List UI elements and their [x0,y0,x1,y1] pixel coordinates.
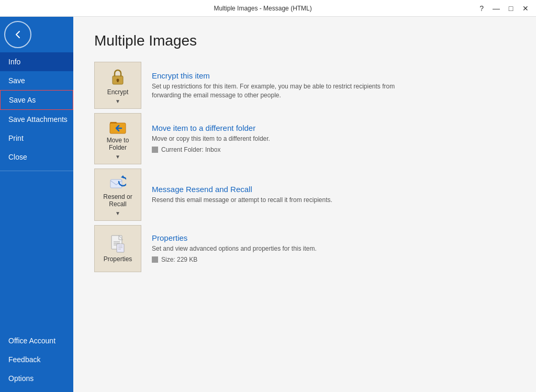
resend-recall-desc: Resend this email message or attempt to … [152,196,414,205]
maximize-button[interactable]: □ [505,2,517,15]
main-content: Multiple Images Encrypt ▼ Encrypt this i… [73,17,536,392]
properties-icon-label: Properties [104,255,132,263]
sidebar-item-office-account[interactable]: Office Account [0,331,73,350]
move-folder-icon-label: Move to Folder [107,137,129,152]
resend-recall-card: Resend or Recall ▼ Message Resend and Re… [94,169,515,221]
meta-square-icon [152,147,158,153]
sidebar-item-save-attachments[interactable]: Save Attachments [0,110,73,129]
title-bar-title: Multiple Images - Message (HTML) [46,5,479,12]
move-folder-meta-text: Current Folder: Inbox [161,146,220,153]
svg-rect-2 [117,80,119,82]
move-folder-desc: Move or copy this item to a different fo… [152,135,414,143]
encrypt-desc: Set up restrictions for this item. For e… [152,82,414,100]
encrypt-card: Encrypt ▼ Encrypt this item Set up restr… [94,62,515,109]
move-folder-card: Move to Folder ▼ Move item to a differen… [94,113,515,164]
move-folder-dropdown-icon: ▼ [115,154,120,160]
back-button[interactable] [4,21,31,48]
action-cards: Encrypt ▼ Encrypt this item Set up restr… [94,62,515,272]
sidebar-item-options[interactable]: Options [0,369,73,388]
move-folder-button[interactable]: Move to Folder ▼ [94,113,141,164]
sidebar-item-feedback[interactable]: Feedback [0,350,73,369]
properties-button[interactable]: Properties [94,225,141,272]
app-container: Info Save Save As Save Attachments Print… [0,17,536,392]
resend-recall-button[interactable]: Resend or Recall ▼ [94,169,141,221]
sidebar-bottom: Office Account Feedback Options [0,331,73,392]
close-button[interactable]: ✕ [519,2,532,15]
encrypt-text: Encrypt this item Set up restrictions fo… [141,65,515,106]
resend-recall-text: Message Resend and Recall Resend this em… [141,178,515,211]
move-folder-icon [109,119,127,135]
resend-recall-icon [109,174,126,191]
help-icon[interactable]: ? [479,4,484,13]
encrypt-dropdown-icon: ▼ [115,98,120,104]
sidebar-item-close[interactable]: Close [0,148,73,166]
svg-rect-4 [110,180,122,188]
properties-meta: Size: 229 KB [152,256,505,263]
move-folder-text: Move item to a different folder Move or … [141,117,515,160]
properties-desc: Set and view advanced options and proper… [152,244,414,253]
title-bar-controls: ? — □ ✕ [479,2,532,15]
sidebar-item-save-as[interactable]: Save As [0,90,73,110]
properties-card: Properties Properties Set and view advan… [94,225,515,272]
move-folder-meta: Current Folder: Inbox [152,146,505,153]
minimize-button[interactable]: — [490,2,502,15]
svg-rect-10 [117,244,124,252]
resend-recall-icon-label: Resend or Recall [103,193,132,208]
encrypt-icon-label: Encrypt [107,88,129,96]
properties-icon [109,234,126,253]
properties-title: Properties [152,233,505,242]
properties-meta-text: Size: 229 KB [161,256,197,263]
sidebar-item-save[interactable]: Save [0,71,73,90]
page-title: Multiple Images [94,32,515,49]
resend-recall-dropdown-icon: ▼ [115,210,120,216]
sidebar-nav: Info Save Save As Save Attachments Print… [0,52,73,392]
encrypt-button[interactable]: Encrypt ▼ [94,62,141,109]
move-folder-title: Move item to a different folder [152,124,505,132]
resend-recall-title: Message Resend and Recall [152,185,505,194]
title-bar: Multiple Images - Message (HTML) ? — □ ✕ [0,0,536,17]
properties-meta-square-icon [152,256,158,263]
sidebar-item-info[interactable]: Info [0,52,73,71]
lock-icon [109,68,126,86]
encrypt-title: Encrypt this item [152,71,505,80]
properties-text: Properties Set and view advanced options… [141,227,515,270]
sidebar: Info Save Save As Save Attachments Print… [0,17,73,392]
sidebar-item-print[interactable]: Print [0,129,73,148]
